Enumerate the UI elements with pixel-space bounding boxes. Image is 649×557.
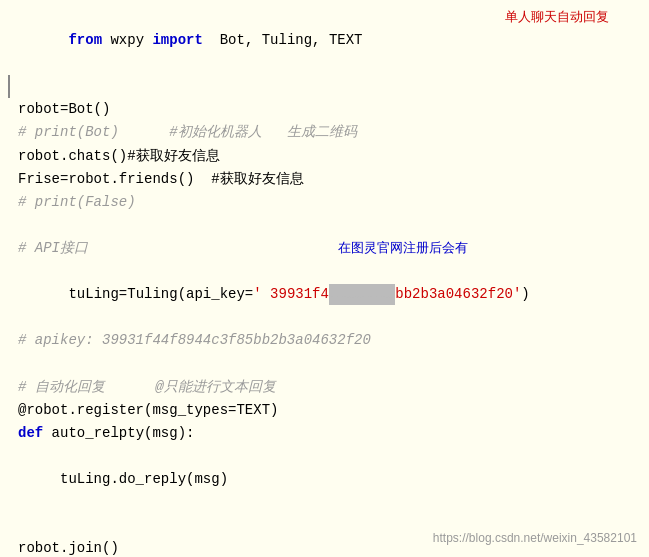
line20-content: robot.join() <box>18 537 119 557</box>
line3-content: robot=Bot() <box>18 98 110 121</box>
line7-comment: # print(False) <box>18 191 136 214</box>
blank5 <box>18 491 26 514</box>
code-line-14: @robot.register(msg_types=TEXT) <box>18 399 639 422</box>
code-line-10: tuLing=Tuling(api_key=' 39931f4……………………b… <box>18 260 639 329</box>
code-line-6: Frise=robot.friends() #获取好友信息 <box>18 168 639 191</box>
code-line-blank-1 <box>18 75 639 98</box>
code-line-17: tuLing.do_reply(msg) <box>18 468 639 491</box>
line9-comment: # API接口 <box>18 237 88 260</box>
code-line-blank-5 <box>18 491 639 514</box>
code-line-blank-3 <box>18 352 639 375</box>
code-line-3: robot=Bot() <box>18 98 639 121</box>
code-line-7: # print(False) <box>18 191 639 214</box>
code-line-15: def auto_relpty(msg): <box>18 422 639 445</box>
line14-content: @robot.register(msg_types=TEXT) <box>18 399 278 422</box>
keyword-def: def <box>18 425 43 441</box>
line1-text: wxpy <box>102 32 152 48</box>
line10-apikey-start: 39931f4 <box>262 286 329 302</box>
blank2 <box>18 214 26 237</box>
keyword-from: from <box>68 32 102 48</box>
line15-content: def auto_relpty(msg): <box>18 422 194 445</box>
line1-content: from wxpy import Bot, Tuling, TEXT <box>18 6 363 75</box>
line17-content: tuLing.do_reply(msg) <box>18 468 228 491</box>
code-editor: from wxpy import Bot, Tuling, TEXT 单人聊天自… <box>0 0 649 557</box>
code-line-blank-2 <box>18 214 639 237</box>
left-indicator <box>8 75 10 98</box>
line5-content: robot.chats()#获取好友信息 <box>18 145 220 168</box>
line10-apikey-end: bb2b3a04632f20' <box>395 286 521 302</box>
code-line-blank-4 <box>18 445 639 468</box>
code-line-5: robot.chats()#获取好友信息 <box>18 145 639 168</box>
code-line-4: # print(Bot) #初始化机器人 生成二维码 <box>18 121 639 144</box>
blank6 <box>18 514 26 537</box>
blank3 <box>18 352 26 375</box>
line4-comment: # print(Bot) #初始化机器人 生成二维码 <box>18 121 357 144</box>
keyword-import: import <box>152 32 202 48</box>
line6-content: Frise=robot.friends() #获取好友信息 <box>18 168 304 191</box>
code-line-1: from wxpy import Bot, Tuling, TEXT 单人聊天自… <box>18 6 639 75</box>
code-line-11: # apikey: 39931f44f8944c3f85bb2b3a04632f… <box>18 329 639 352</box>
footer-link: https://blog.csdn.net/weixin_43582101 <box>433 529 637 549</box>
blank1 <box>18 75 26 98</box>
code-line-13: # 自动化回复 @只能进行文本回复 <box>18 376 639 399</box>
line10-masked: …………………… <box>329 284 395 305</box>
code-line-9: # API接口 在图灵官网注册后会有 <box>18 237 639 260</box>
line13-comment: # 自动化回复 @只能进行文本回复 <box>18 376 276 399</box>
annotation-single-chat: 单人聊天自动回复 <box>505 6 609 27</box>
line11-comment: # apikey: 39931f44f8944c3f85bb2b3a04632f… <box>18 329 371 352</box>
annotation-tuling: 在图灵官网注册后会有 <box>338 237 468 258</box>
line10-pre: tuLing=Tuling(api_key=' <box>68 286 261 302</box>
blank4 <box>18 445 26 468</box>
line10-content: tuLing=Tuling(api_key=' 39931f4……………………b… <box>18 260 530 329</box>
line1-text2: Bot, Tuling, TEXT <box>203 32 363 48</box>
line10-post: ) <box>521 286 529 302</box>
